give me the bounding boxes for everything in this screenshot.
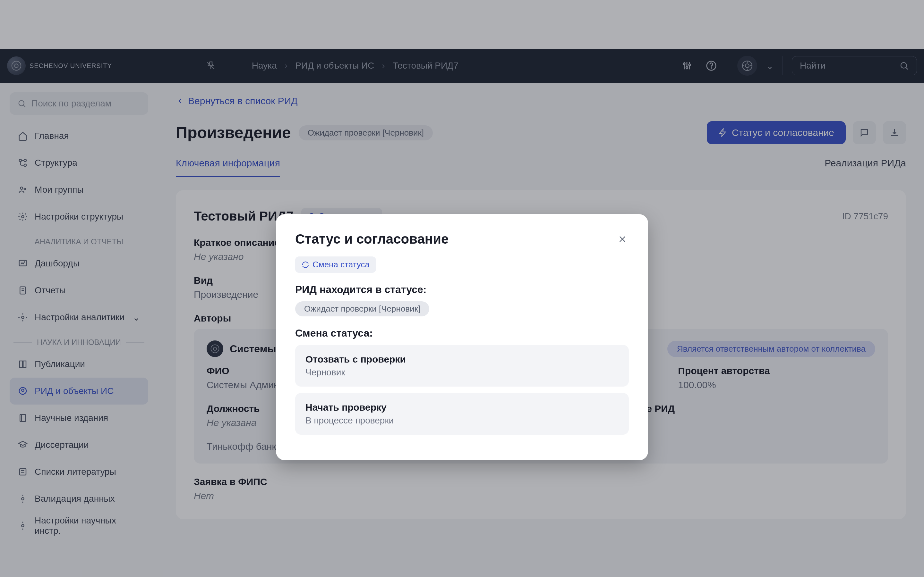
- current-status-value: Ожидает проверки [Черновик]: [295, 301, 429, 316]
- current-status-label: РИД находится в статусе:: [295, 284, 629, 295]
- close-icon[interactable]: [616, 233, 629, 245]
- modal-change-status-pill[interactable]: Смена статуса: [295, 256, 376, 273]
- status-modal: Статус и согласование Смена статуса РИД …: [276, 214, 648, 460]
- status-option-withdraw[interactable]: Отозвать с проверки Черновик: [295, 345, 629, 387]
- change-status-label: Смена статуса:: [295, 327, 629, 339]
- modal-title: Статус и согласование: [295, 231, 449, 247]
- status-option-start-review[interactable]: Начать проверку В процессе проверки: [295, 393, 629, 435]
